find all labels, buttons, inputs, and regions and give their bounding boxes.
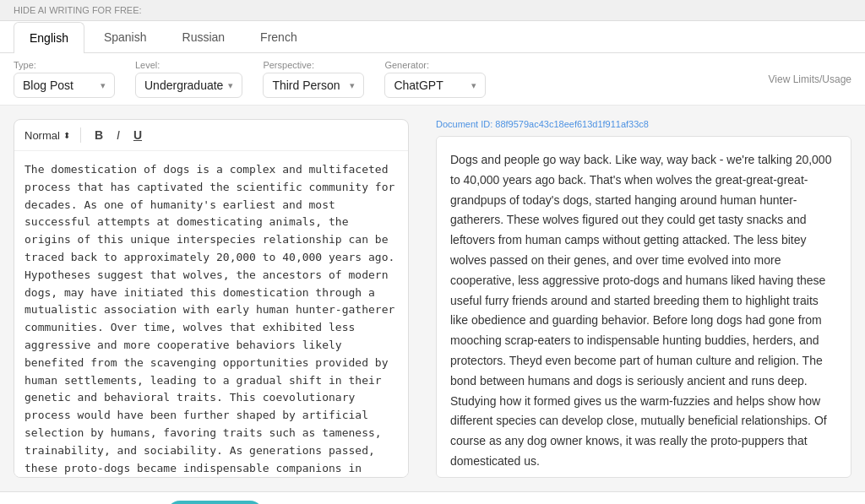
underline-button[interactable]: U <box>130 127 145 144</box>
toolbar-divider <box>80 127 81 143</box>
tab-russian[interactable]: Russian <box>166 21 242 52</box>
doc-id: Document ID: 88f9579ac43c18eef613d1f911a… <box>436 119 851 129</box>
perspective-chevron-icon: ▾ <box>350 80 355 91</box>
output-content: Dogs and people go way back. Like way, w… <box>450 153 831 468</box>
perspective-select[interactable]: Third Person ▾ <box>263 73 364 98</box>
level-value: Undergraduate <box>144 79 223 92</box>
type-chevron-icon: ▾ <box>101 80 106 91</box>
type-control: Type: Blog Post ▾ <box>14 60 115 98</box>
output-text: Dogs and people go way back. Like way, w… <box>436 136 851 478</box>
level-label: Level: <box>135 60 242 70</box>
perspective-control: Perspective: Third Person ▾ <box>263 60 364 98</box>
main-content: Normal ⬍ B I U Document ID: 88f9579ac43c… <box>0 106 865 491</box>
bold-button[interactable]: B <box>91 127 106 144</box>
tab-english[interactable]: English <box>14 22 84 53</box>
view-limits-link[interactable]: View Limits/Usage <box>769 73 851 85</box>
format-value: Normal <box>24 129 60 142</box>
level-select[interactable]: Undergraduate ▾ <box>135 73 242 98</box>
generator-select[interactable]: ChatGPT ▾ <box>384 73 486 98</box>
tab-french[interactable]: French <box>244 21 313 52</box>
editor-box: Normal ⬍ B I U <box>14 119 409 478</box>
editor-toolbar: Normal ⬍ B I U <box>14 120 408 151</box>
level-chevron-icon: ▾ <box>228 80 233 91</box>
generator-value: ChatGPT <box>394 79 443 92</box>
hide-my-ai-button[interactable]: Hide My AI <box>166 501 264 505</box>
editor-textarea[interactable] <box>14 151 408 477</box>
italic-button[interactable]: I <box>113 127 123 144</box>
bottom-bar: ☁ Upload Doc ⌘ + enter Hide My AI WC: 17… <box>0 491 865 504</box>
perspective-value: Third Person <box>272 79 340 92</box>
generator-control: Generator: ChatGPT ▾ <box>384 60 486 98</box>
format-arrow-icon: ⬍ <box>63 131 70 140</box>
perspective-label: Perspective: <box>263 60 364 70</box>
level-control: Level: Undergraduate ▾ <box>135 60 242 98</box>
type-select[interactable]: Blog Post ▾ <box>14 73 115 98</box>
output-panel: Document ID: 88f9579ac43c18eef613d1f911a… <box>422 106 865 491</box>
generator-chevron-icon: ▾ <box>471 80 476 91</box>
generator-label: Generator: <box>384 60 486 70</box>
top-bar-label: HIDE AI WRITING FOR FREE: <box>14 5 142 15</box>
type-value: Blog Post <box>23 79 73 92</box>
top-bar: HIDE AI WRITING FOR FREE: <box>0 0 865 21</box>
lang-tabs: English Spanish Russian French <box>0 21 865 53</box>
editor-panel: Normal ⬍ B I U <box>0 106 422 491</box>
type-label: Type: <box>14 60 115 70</box>
tab-spanish[interactable]: Spanish <box>88 21 163 52</box>
format-select[interactable]: Normal ⬍ <box>24 129 70 142</box>
controls-bar: Type: Blog Post ▾ Level: Undergraduate ▾… <box>0 53 865 106</box>
